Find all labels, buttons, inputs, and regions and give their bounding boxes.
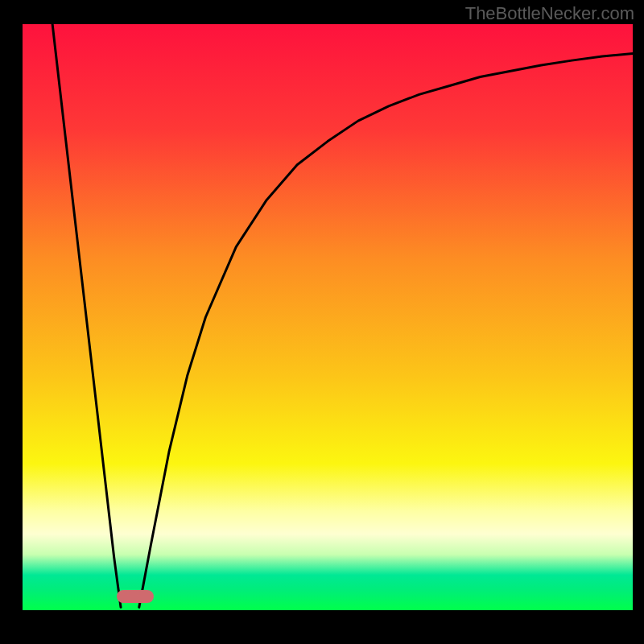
plot-area [23,24,633,610]
chart-lines [23,24,633,610]
optimum-marker [117,590,153,603]
series-right-branch [139,53,633,607]
attribution-text: TheBottleNecker.com [465,3,634,24]
series-left-branch [52,24,121,607]
